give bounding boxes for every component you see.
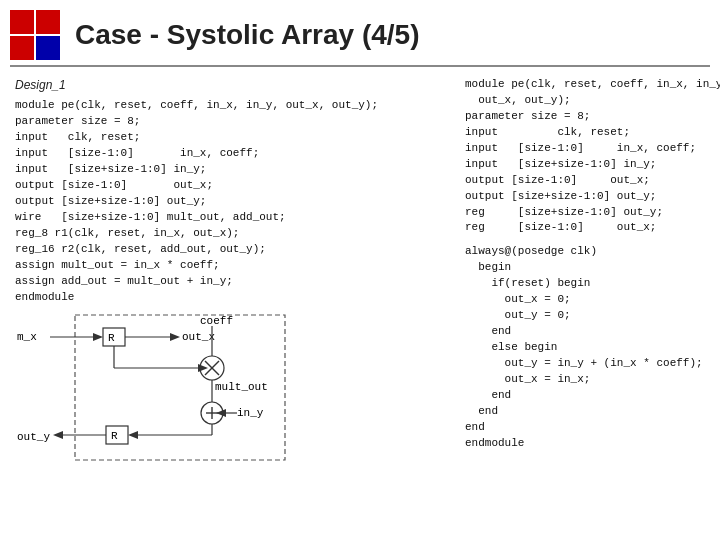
svg-marker-24 bbox=[53, 431, 63, 439]
logo-sq2 bbox=[36, 10, 60, 34]
logo-sq1 bbox=[10, 10, 34, 34]
logo-sq4 bbox=[36, 36, 60, 60]
outy-label: out_y bbox=[17, 431, 50, 443]
svg-marker-21 bbox=[128, 431, 138, 439]
right-top-code: module pe(clk, reset, coeff, in_x, in_y,… bbox=[465, 77, 705, 236]
coeff-label: coeff bbox=[200, 315, 233, 327]
page-title: Case - Systolic Array (4/5) bbox=[75, 19, 419, 51]
r1-label: R bbox=[108, 332, 115, 344]
logo-sq3 bbox=[10, 36, 34, 60]
divider bbox=[10, 65, 710, 67]
header: Case - Systolic Array (4/5) bbox=[0, 0, 720, 65]
svg-marker-5 bbox=[170, 333, 180, 341]
multout-label: mult_out bbox=[215, 381, 268, 393]
outx-label: out_x bbox=[182, 331, 215, 343]
svg-marker-2 bbox=[93, 333, 103, 341]
logo bbox=[10, 10, 60, 60]
mx-label: m_x bbox=[17, 331, 37, 343]
design-label: Design_1 bbox=[15, 77, 455, 94]
circuit-diagram: m_x R out_x coeff mult_out bbox=[15, 310, 305, 470]
right-column: module pe(clk, reset, coeff, in_x, in_y,… bbox=[465, 77, 705, 532]
main-content: Design_1 module pe(clk, reset, coeff, in… bbox=[0, 72, 720, 537]
left-code: module pe(clk, reset, coeff, in_x, in_y,… bbox=[15, 98, 455, 305]
iny-label: in_y bbox=[237, 407, 264, 419]
right-bottom-code: always@(posedge clk) begin if(reset) beg… bbox=[465, 244, 705, 451]
r2-label: R bbox=[111, 430, 118, 442]
left-column: Design_1 module pe(clk, reset, coeff, in… bbox=[15, 77, 455, 532]
